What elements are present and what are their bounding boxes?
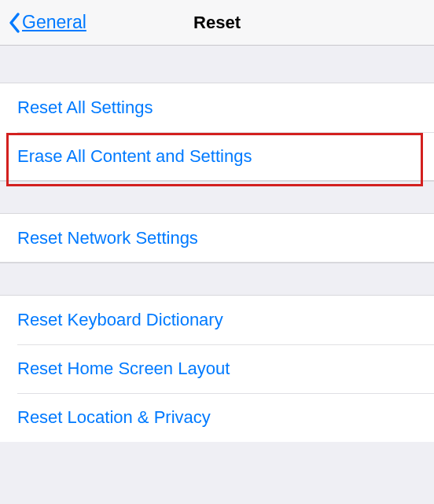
back-button[interactable]: General xyxy=(0,12,86,34)
row-label: Erase All Content and Settings xyxy=(17,146,252,167)
reset-location-privacy-row[interactable]: Reset Location & Privacy xyxy=(0,393,434,442)
row-label: Reset Keyboard Dictionary xyxy=(17,310,223,330)
section-gap xyxy=(0,263,434,296)
row-label: Reset Home Screen Layout xyxy=(17,359,230,379)
nav-bar: General Reset xyxy=(0,0,434,46)
reset-all-settings-row[interactable]: Reset All Settings xyxy=(0,83,434,132)
reset-keyboard-dictionary-row[interactable]: Reset Keyboard Dictionary xyxy=(0,296,434,344)
section-gap xyxy=(0,181,434,214)
erase-all-content-row[interactable]: Erase All Content and Settings xyxy=(0,132,434,181)
chevron-left-icon xyxy=(8,12,20,34)
row-label: Reset Network Settings xyxy=(17,228,198,248)
section-gap xyxy=(0,46,434,83)
back-label: General xyxy=(22,12,86,33)
row-label: Reset Location & Privacy xyxy=(17,407,211,428)
reset-network-settings-row[interactable]: Reset Network Settings xyxy=(0,214,434,263)
reset-home-screen-layout-row[interactable]: Reset Home Screen Layout xyxy=(0,344,434,393)
row-label: Reset All Settings xyxy=(17,97,153,118)
